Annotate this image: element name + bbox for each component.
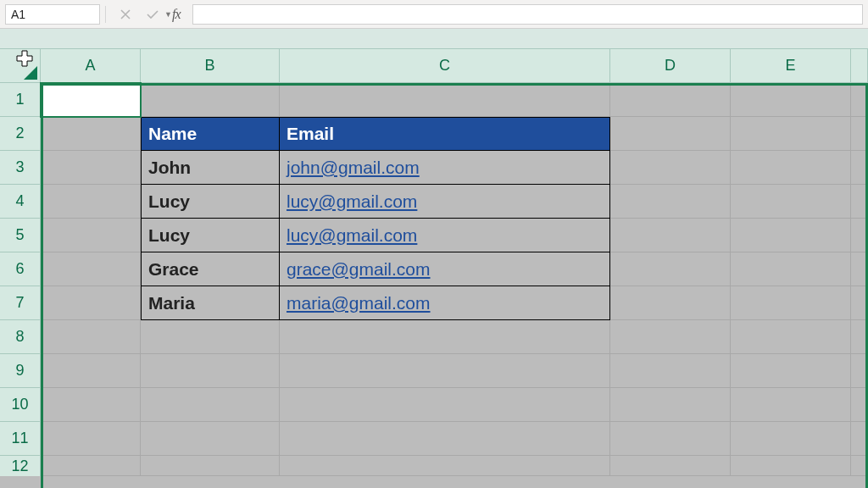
cell-B10[interactable] [141, 388, 280, 422]
cell-C5[interactable]: lucy@gmail.com [280, 219, 610, 252]
cell-B6[interactable]: Grace [141, 252, 280, 286]
col-header-C[interactable]: C [280, 49, 610, 83]
cell-E4[interactable] [731, 185, 851, 219]
cell-F5[interactable] [851, 219, 868, 252]
name-box-dropdown-icon[interactable]: ▼ [164, 5, 172, 24]
name-box[interactable]: ▼ [5, 4, 100, 25]
cell-D2[interactable] [610, 117, 731, 151]
row-header-10[interactable]: 10 [0, 388, 41, 422]
cell-B5[interactable]: Lucy [141, 219, 280, 252]
cell-D12[interactable] [610, 456, 731, 476]
cell-F8[interactable] [851, 320, 868, 354]
row-header-8[interactable]: 8 [0, 320, 41, 354]
cell-A9[interactable] [41, 354, 141, 388]
cell-F6[interactable] [851, 252, 868, 286]
email-link[interactable]: grace@gmail.com [287, 259, 431, 280]
cell-A3[interactable] [41, 151, 141, 185]
name-box-input[interactable] [6, 8, 164, 21]
cell-C8[interactable] [280, 320, 610, 354]
cell-A2[interactable] [41, 117, 141, 151]
row-header-5[interactable]: 5 [0, 219, 41, 252]
cell-F4[interactable] [851, 185, 868, 219]
row-header-1[interactable]: 1 [0, 83, 41, 117]
cell-E2[interactable] [731, 117, 851, 151]
cell-B1[interactable] [141, 83, 280, 117]
cell-D5[interactable] [610, 219, 731, 252]
cell-A7[interactable] [41, 286, 141, 320]
cell-D10[interactable] [610, 388, 731, 422]
cell-F1[interactable] [851, 83, 868, 117]
col-header-A[interactable]: A [41, 49, 141, 83]
cell-B12[interactable] [141, 456, 280, 476]
cell-C9[interactable] [280, 354, 610, 388]
cell-F7[interactable] [851, 286, 868, 320]
cell-E10[interactable] [731, 388, 851, 422]
cell-E9[interactable] [731, 354, 851, 388]
cell-D1[interactable] [610, 83, 731, 117]
email-link[interactable]: maria@gmail.com [287, 293, 431, 313]
cell-B9[interactable] [141, 354, 280, 388]
cell-C1[interactable] [280, 83, 610, 117]
insert-function-icon[interactable]: fx [172, 7, 181, 22]
cell-D7[interactable] [610, 286, 731, 320]
cell-E5[interactable] [731, 219, 851, 252]
row-header-4[interactable]: 4 [0, 185, 41, 219]
row-header-9[interactable]: 9 [0, 354, 41, 388]
col-header-E[interactable]: E [731, 49, 851, 83]
cell-A12[interactable] [41, 456, 141, 476]
email-link[interactable]: lucy@gmail.com [287, 191, 417, 212]
cell-E11[interactable] [731, 422, 851, 456]
cell-E6[interactable] [731, 252, 851, 286]
cell-F3[interactable] [851, 151, 868, 185]
email-link[interactable]: lucy@gmail.com [287, 225, 417, 246]
cell-A6[interactable] [41, 252, 141, 286]
cell-C6[interactable]: grace@gmail.com [280, 252, 610, 286]
cell-C3[interactable]: john@gmail.com [280, 151, 610, 185]
row-header-11[interactable]: 11 [0, 422, 41, 456]
cell-E8[interactable] [731, 320, 851, 354]
cell-E12[interactable] [731, 456, 851, 476]
cell-C12[interactable] [280, 456, 610, 476]
cell-D11[interactable] [610, 422, 731, 456]
row-header-3[interactable]: 3 [0, 151, 41, 185]
cell-F2[interactable] [851, 117, 868, 151]
cell-D3[interactable] [610, 151, 731, 185]
cell-E7[interactable] [731, 286, 851, 320]
col-header-D[interactable]: D [610, 49, 731, 83]
cell-A4[interactable] [41, 185, 141, 219]
col-header-B[interactable]: B [141, 49, 280, 83]
cell-C7[interactable]: maria@gmail.com [280, 286, 610, 320]
cell-A1[interactable] [41, 83, 141, 117]
cell-E1[interactable] [731, 83, 851, 117]
cell-D9[interactable] [610, 354, 731, 388]
row-header-7[interactable]: 7 [0, 286, 41, 320]
cell-C10[interactable] [280, 388, 610, 422]
cell-B2[interactable]: Name [141, 117, 280, 151]
cell-F12[interactable] [851, 456, 868, 476]
cell-F10[interactable] [851, 388, 868, 422]
cell-C2[interactable]: Email [280, 117, 610, 151]
row-header-12[interactable]: 12 [0, 456, 41, 476]
cell-F11[interactable] [851, 422, 868, 456]
cell-F9[interactable] [851, 354, 868, 388]
select-all-corner[interactable] [0, 49, 41, 83]
cell-B3[interactable]: John [141, 151, 280, 185]
cell-C4[interactable]: lucy@gmail.com [280, 185, 610, 219]
row-header-2[interactable]: 2 [0, 117, 41, 151]
cell-B8[interactable] [141, 320, 280, 354]
cell-A11[interactable] [41, 422, 141, 456]
cell-D6[interactable] [610, 252, 731, 286]
email-link[interactable]: john@gmail.com [287, 158, 420, 178]
cell-B4[interactable]: Lucy [141, 185, 280, 219]
col-header-overflow[interactable] [851, 49, 868, 83]
formula-input[interactable] [192, 4, 863, 25]
cell-A8[interactable] [41, 320, 141, 354]
cell-A10[interactable] [41, 388, 141, 422]
cell-C11[interactable] [280, 422, 610, 456]
row-header-6[interactable]: 6 [0, 252, 41, 286]
cell-B7[interactable]: Maria [141, 286, 280, 320]
cell-E3[interactable] [731, 151, 851, 185]
cell-D8[interactable] [610, 320, 731, 354]
cell-D4[interactable] [610, 185, 731, 219]
cell-A5[interactable] [41, 219, 141, 252]
